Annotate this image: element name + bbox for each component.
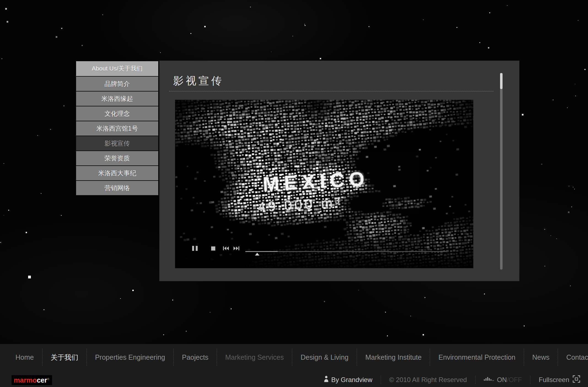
stop-button[interactable]: [211, 246, 215, 251]
nav-separator: [173, 349, 174, 366]
video-controls: [175, 100, 473, 268]
pause-button[interactable]: [192, 246, 198, 251]
copyright-text: © 2010 All Right Reserved: [389, 376, 467, 384]
nav-item-paojects[interactable]: Paojects: [174, 353, 217, 361]
nav-item-marketing-institute[interactable]: Marketing Institute: [357, 353, 430, 361]
logo-text-marmo: marmo: [14, 376, 37, 384]
nav-separator: [42, 349, 42, 366]
sidebar-item-origin[interactable]: 米洛西缘起: [76, 92, 158, 106]
page-title: 影视宣传: [173, 74, 224, 88]
bottom-bar: Home 关于我们 Properties Engineering Paoject…: [0, 344, 588, 387]
nav-item-home[interactable]: Home: [7, 353, 42, 361]
video-player[interactable]: MEXICO 49 000 m³: [175, 100, 473, 268]
nav-separator: [430, 349, 430, 366]
footer-separator: [381, 376, 381, 384]
nav-item-marketing-services[interactable]: Marketing Services: [217, 353, 292, 361]
footer-separator: [530, 376, 530, 384]
nav-item-about-us[interactable]: 关于我们: [42, 353, 87, 362]
nav-separator: [558, 349, 558, 366]
stage: About Us/关于我们 品牌简介 米洛西缘起 文化理念 米洛西宫馆1号 影视…: [0, 0, 588, 387]
sound-equalizer-icon[interactable]: [484, 376, 494, 384]
footer-right-group: By Grandview © 2010 All Right Reserved O…: [324, 375, 580, 385]
sidebar-item-brand-intro[interactable]: 品牌简介: [76, 77, 158, 91]
sidebar-item-palace-no1[interactable]: 米洛西宫馆1号: [76, 121, 158, 136]
scrollbar-thumb[interactable]: [500, 73, 503, 89]
nav-separator: [87, 349, 87, 366]
logo-text-cer: cer: [37, 376, 47, 384]
nav-separator: [217, 349, 217, 366]
sidebar-item-video-promo[interactable]: 影视宣传: [76, 136, 158, 150]
nav-item-design-living[interactable]: Design & Living: [292, 353, 357, 361]
registered-mark: ®: [47, 377, 49, 381]
sidebar-item-honors[interactable]: 荣誉资质: [76, 151, 158, 165]
person-icon: [324, 376, 329, 384]
sound-off-label: /OFF: [507, 376, 522, 383]
footer-separator: [475, 376, 476, 384]
seek-progress: [245, 251, 278, 252]
sidebar-item-milestones[interactable]: 米洛西大事纪: [76, 166, 158, 180]
nav-item-environmental-protection[interactable]: Environmental Protection: [430, 353, 523, 361]
title-underline: [169, 91, 493, 92]
sidebar-header-about-us[interactable]: About Us/关于我们: [76, 61, 158, 76]
rewind-button[interactable]: [223, 246, 229, 252]
nav-item-contact-us[interactable]: Contact us: [558, 353, 588, 361]
seek-bar[interactable]: [245, 251, 447, 252]
sound-toggle[interactable]: ON/OFF: [497, 376, 522, 384]
nav-item-news[interactable]: News: [524, 353, 558, 361]
nav-separator: [524, 349, 524, 366]
footer: marmocer® By Grandview © 2010 All Right …: [0, 373, 588, 387]
sidebar-menu: About Us/关于我们 品牌简介 米洛西缘起 文化理念 米洛西宫馆1号 影视…: [76, 61, 158, 195]
fullscreen-icon[interactable]: [573, 375, 580, 385]
panel-scrollbar[interactable]: [500, 73, 503, 270]
marmocer-logo: marmocer®: [12, 375, 52, 385]
nav-separator: [357, 349, 357, 366]
sound-on-label: ON: [497, 376, 507, 383]
nav-item-properties-engineering[interactable]: Properties Engineering: [87, 353, 173, 361]
credit-link[interactable]: By Grandview: [331, 376, 372, 384]
main-navigation: Home 关于我们 Properties Engineering Paoject…: [0, 344, 588, 370]
content-panel: 影视宣传 MEXICO 49 000 m³: [159, 61, 519, 281]
fullscreen-button[interactable]: Fullscreen: [539, 376, 569, 384]
seek-marker-handle[interactable]: [255, 253, 259, 256]
fast-forward-button[interactable]: [233, 246, 239, 252]
nav-separator: [292, 349, 292, 366]
sidebar-item-marketing-network[interactable]: 营销网络: [76, 181, 158, 195]
sidebar-item-culture[interactable]: 文化理念: [76, 106, 158, 121]
